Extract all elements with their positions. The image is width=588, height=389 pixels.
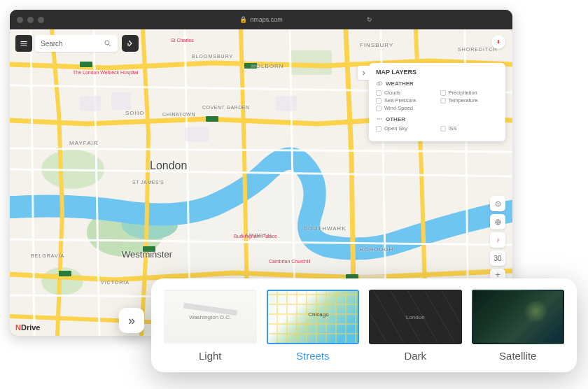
svg-rect-14 <box>206 116 218 122</box>
search-input[interactable]: Search <box>35 35 118 52</box>
svg-rect-9 <box>276 96 297 111</box>
svg-rect-13 <box>80 62 92 67</box>
style-option-streets[interactable]: Chicago Streets <box>267 290 360 362</box>
other-icon <box>376 115 383 122</box>
checkbox[interactable] <box>440 90 446 96</box>
style-option-satellite[interactable]: Satellite <box>472 290 565 362</box>
title-bar: 🔒 nmaps.com ↻ <box>10 10 512 29</box>
checkbox[interactable] <box>376 106 382 111</box>
voice-button[interactable] <box>491 35 505 49</box>
svg-point-29 <box>497 203 498 204</box>
svg-rect-15 <box>143 246 155 252</box>
style-label: Dark <box>404 350 426 362</box>
layers-panel: MAP LAYERS WEATHER Clouds Precipitation … <box>369 63 505 141</box>
checkbox[interactable] <box>440 126 446 132</box>
style-preview-streets: Chicago <box>267 290 360 344</box>
svg-rect-8 <box>185 127 209 141</box>
style-option-dark[interactable]: London Dark <box>369 290 462 362</box>
layer-iss[interactable]: ISS <box>440 125 499 132</box>
other-layers-grid: Open Sky ISS <box>376 125 498 132</box>
style-selector: Washington D.C. Light Chicago Streets Lo… <box>151 278 577 372</box>
layer-wind-speed[interactable]: Wind Speed <box>376 105 435 111</box>
style-label: Light <box>199 350 222 362</box>
style-label: Satellite <box>499 350 536 362</box>
weather-icon <box>376 80 383 87</box>
checkbox[interactable] <box>376 98 382 104</box>
other-section-header: OTHER <box>376 115 498 122</box>
search-placeholder: Search <box>41 40 104 48</box>
menu-button[interactable] <box>15 35 32 52</box>
hamburger-icon <box>20 39 28 48</box>
lock-icon: 🔒 <box>239 16 247 23</box>
svg-line-21 <box>109 45 111 47</box>
locate-button[interactable] <box>490 196 505 211</box>
compass-icon <box>494 236 502 244</box>
style-selector-toggle[interactable]: » <box>119 308 144 333</box>
chevron-right-double-icon: » <box>128 313 135 328</box>
maximize-window-button[interactable] <box>38 17 44 23</box>
checkbox[interactable] <box>376 90 382 96</box>
svg-rect-6 <box>80 96 101 111</box>
directions-icon <box>126 39 134 48</box>
style-preview-light: Washington D.C. <box>164 290 257 344</box>
layers-title: MAP LAYERS <box>376 69 498 76</box>
url-text: nmaps.com <box>250 16 283 23</box>
traffic-lights <box>17 17 44 23</box>
tilt-label: 30 <box>493 255 501 262</box>
minimize-window-button[interactable] <box>27 17 34 23</box>
svg-point-27 <box>381 118 382 120</box>
layers-panel-toggle[interactable] <box>358 66 369 80</box>
microphone-icon <box>496 39 501 45</box>
layer-sea-pressure[interactable]: Sea Pressure <box>376 97 435 104</box>
url-bar[interactable]: 🔒 nmaps.com <box>239 16 283 23</box>
close-window-button[interactable] <box>17 17 23 23</box>
chevron-right-icon <box>360 70 367 76</box>
svg-point-24 <box>379 82 382 85</box>
globe-button[interactable] <box>490 214 505 229</box>
refresh-button[interactable]: ↻ <box>367 16 372 23</box>
directions-button[interactable] <box>122 35 139 52</box>
layer-clouds[interactable]: Clouds <box>376 90 435 96</box>
svg-rect-7 <box>111 92 131 110</box>
svg-rect-19 <box>244 63 257 69</box>
layer-precipitation[interactable]: Precipitation <box>440 90 499 96</box>
svg-point-26 <box>379 118 380 120</box>
checkbox[interactable] <box>376 126 382 132</box>
svg-rect-22 <box>498 40 499 43</box>
layer-open-sky[interactable]: Open Sky <box>376 125 435 132</box>
search-icon <box>104 39 112 48</box>
checkbox[interactable] <box>440 98 446 104</box>
logo: NDrive <box>15 323 40 332</box>
layer-temperature[interactable]: Temperature <box>440 97 499 104</box>
style-option-light[interactable]: Washington D.C. Light <box>164 290 257 362</box>
globe-icon <box>494 218 502 226</box>
locate-icon <box>494 200 502 208</box>
svg-point-25 <box>377 118 379 120</box>
compass-button[interactable] <box>490 232 505 248</box>
weather-layers-grid: Clouds Precipitation Sea Pressure Temper… <box>376 90 498 111</box>
tilt-button[interactable]: 30 <box>490 250 505 266</box>
style-preview-satellite <box>472 290 565 344</box>
style-preview-dark: London <box>369 290 462 344</box>
style-label: Streets <box>296 350 330 362</box>
svg-point-20 <box>105 41 109 45</box>
weather-section-header: WEATHER <box>376 80 498 87</box>
svg-rect-17 <box>59 271 71 276</box>
